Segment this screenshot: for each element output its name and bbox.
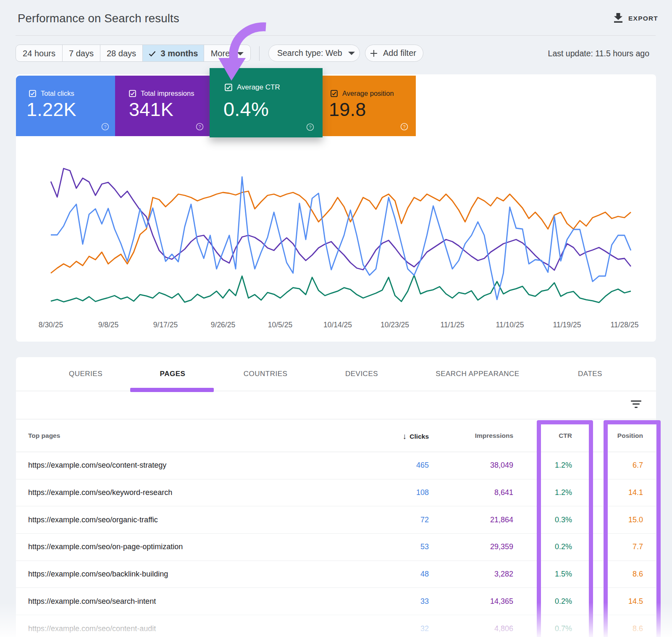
svg-text:10/14/25: 10/14/25: [323, 321, 352, 329]
svg-text:9/26/25: 9/26/25: [211, 321, 235, 329]
svg-text:9/8/25: 9/8/25: [98, 321, 119, 329]
svg-text:11/19/25: 11/19/25: [553, 321, 581, 329]
svg-text:?: ?: [403, 124, 405, 129]
svg-text:9/17/25: 9/17/25: [153, 321, 178, 329]
svg-text:11/10/25: 11/10/25: [496, 321, 524, 329]
svg-text:?: ?: [104, 124, 106, 129]
svg-text:10/23/25: 10/23/25: [381, 321, 409, 329]
svg-text:11/1/25: 11/1/25: [440, 321, 464, 329]
svg-text:11/28/25: 11/28/25: [611, 321, 639, 329]
svg-text:10/5/25: 10/5/25: [268, 321, 292, 329]
svg-text:8/30/25: 8/30/25: [39, 321, 63, 329]
svg-text:?: ?: [309, 125, 311, 130]
svg-text:?: ?: [198, 124, 201, 129]
